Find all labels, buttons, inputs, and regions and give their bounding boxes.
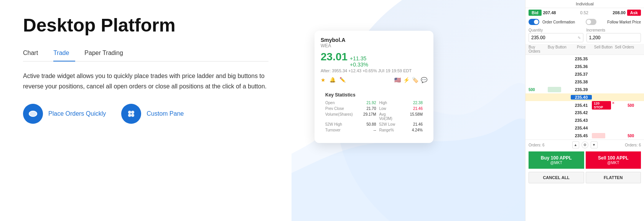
ladder-row: 235.43 [525,116,644,124]
price-cell[interactable]: 235.38 [571,80,592,84]
price-cell[interactable]: 235.41 [571,103,592,108]
tab-paper-trading[interactable]: Paper Trading [84,47,129,61]
stat-turnover-val: -- [356,128,376,132]
stat-prev-label: Prev Close [325,106,353,111]
tab-trade[interactable]: Trade [53,47,75,61]
stock-change: +11.35 +0.33% [350,55,368,68]
stock-name: Smybol.A [321,37,427,43]
price-cell[interactable]: 235.45 [571,133,592,138]
buy-btn-label: Buy 100 APPL [529,155,584,161]
header-buy-button: Buy Button [548,45,571,53]
down-arrow-btn[interactable]: ▼ [591,141,598,148]
flatten-button[interactable]: FLATTEN [586,172,641,183]
ask-label: Ask [627,10,641,16]
price-cell-current[interactable]: 235.40 [571,95,592,100]
page-title: Desktop Platform [23,15,268,36]
individual-label: Individual [529,2,641,6]
buy-button[interactable]: Buy 100 APPL @MKT [529,151,584,169]
price-cell[interactable]: 235.42 [571,110,592,115]
price-cell[interactable]: 235.36 [571,64,592,69]
bid-price: 207.48 [543,10,556,15]
order-confirm-row: Order Confirmation Follow Market Price [525,17,644,27]
buy-bar-cell[interactable] [548,78,571,86]
price-ladder-widget: Individual Bid 207.48 0.52 208.00 Ask Or… [525,0,644,221]
orders-right-label: Orders: 6 [625,143,641,147]
feature-place-orders[interactable]: Place Orders Quickly [23,104,106,124]
sell-bar-cell[interactable] [592,56,615,61]
buy-btn-sub: @MKT [529,161,584,165]
price-cell[interactable]: 235.39 [571,87,592,92]
sell-bar-cell[interactable] [592,71,615,77]
settings-btn[interactable]: ⚙ [581,141,588,148]
stock-after-hours: After: 3955.34 +12.43 +0.65% JUI 19 19:5… [321,68,427,73]
buy-bar-cell[interactable] [548,109,571,116]
action-icons: ★ 🔔 ✏️ [321,77,346,83]
quantity-field[interactable]: 235.00 ✎ [529,33,583,42]
edit-icon[interactable]: ✏️ [339,77,346,83]
sell-bar-cell[interactable] [592,133,615,138]
buy-bar-cell[interactable] [548,55,571,63]
sell-bar-cell[interactable] [592,125,615,131]
page-wrapper: Desktop Platform Chart Trade Paper Tradi… [0,0,644,221]
header-buy-orders: Buy Orders [529,45,548,53]
buy-bar-cell[interactable] [548,93,571,101]
buy-bar-cell[interactable] [548,124,571,132]
up-arrow-btn[interactable]: ▲ [572,141,579,148]
buy-bar-cell[interactable] [548,116,571,124]
ladder-footer: Orders: 6 ▲ ⚙ ▼ Orders: 6 [525,140,644,150]
quantity-group: Quantity 235.00 ✎ [529,28,583,42]
ladder-row: 235.44 [525,124,644,132]
bell-icon[interactable]: 🔔 [329,77,336,83]
star-icon[interactable]: ★ [321,77,326,83]
ladder-row: 500 235.39 [525,86,644,93]
sell-bar-cell[interactable] [592,110,615,115]
stat-high-label: High [379,101,399,105]
price-cell[interactable]: 235.43 [571,118,592,123]
features-list: Place Orders Quickly Custom Pane [23,104,268,124]
cancel-all-button[interactable]: CANCEL ALL [529,172,584,183]
description-text: Active trade widget allows you to quickl… [23,71,268,91]
sell-bar-cell[interactable] [592,79,615,85]
ask-price: 208.00 [613,10,626,15]
stat-range-label: Range% [379,128,399,132]
ladder-rows: 235.35 235.36 235.37 [525,55,644,140]
sell-button[interactable]: Sell 100 APPL @MKT [586,151,641,169]
stat-vol-label: Volume(Shares) [325,112,353,121]
quantity-value: 235.00 [531,35,545,40]
stop-close-icon[interactable]: ✕ [612,101,615,110]
individual-bar: Individual [525,0,644,8]
follow-market-toggle[interactable] [586,19,596,25]
order-confirm-toggle[interactable] [529,19,539,25]
sell-bar-cell[interactable] [592,118,615,123]
stat-52l-label: 52W Low [379,122,399,126]
sell-bar-cell[interactable] [592,87,615,92]
tab-chart[interactable]: Chart [23,47,44,61]
place-orders-label: Place Orders Quickly [48,110,106,117]
stat-avgvol-val: 15.58M [402,112,423,121]
sell-bar-cell[interactable] [592,64,615,69]
sell-bar-cell[interactable]: 120 STOP ✕ [592,101,615,110]
price-cell[interactable]: 235.44 [571,126,592,130]
feature-custom-pane[interactable]: Custom Pane [121,104,184,124]
buy-bar-cell[interactable] [548,63,571,70]
price-cell[interactable]: 235.37 [571,72,592,76]
buy-bar-cell[interactable] [548,70,571,78]
orders-left-label: Orders: 6 [529,143,545,147]
flag-3: 🏷️ [412,77,418,83]
stat-low-label: Low [379,106,399,111]
buy-bar-cell[interactable] [548,132,571,140]
buy-bar-cell[interactable] [548,101,571,110]
us-flag: 🇺🇸 [394,77,401,83]
quantity-edit-icon[interactable]: ✎ [578,36,581,40]
stats-grid: Open 21.92 High 22.38 Prev Close 21.70 L… [325,101,423,132]
buy-bar-cell[interactable] [548,86,571,93]
spread-value: 0.52 [556,10,613,15]
increments-field[interactable]: 1,200 [586,33,641,42]
stat-high-val: 22.38 [402,101,423,105]
price-cell[interactable]: 235.35 [571,56,592,61]
stat-52l-val: 21.46 [402,122,423,126]
sell-btn-label: Sell 100 APPL [586,155,641,161]
stat-avgvol-label: Avg Vol(3M) [379,112,399,121]
header-sell-button: Sell Button [592,45,615,53]
custom-pane-label: Custom Pane [147,110,184,117]
